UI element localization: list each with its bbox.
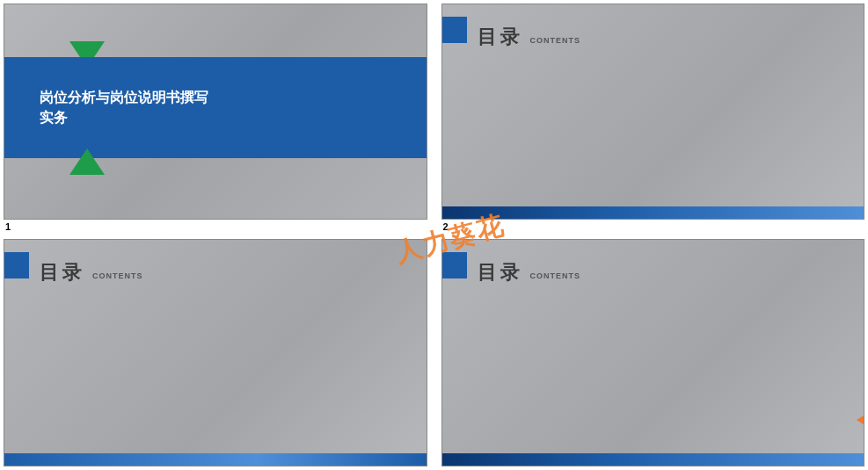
header-accent-bar [4,252,29,278]
main-title: 岗位分析与岗位说明书撰写实务 [4,88,215,127]
slide-grid: 岗位分析与岗位说明书撰写实务 1 目录 CONTENTS 一、我们该怎么办？ 0… [0,0,868,470]
footer-stripe [4,453,427,466]
header-mulu: 目录 [478,259,523,286]
nav-arrow-icon [857,411,864,429]
header-contents-label: CONTENTS [530,271,581,280]
contents-header: 目录 CONTENTS [442,252,864,286]
header-mulu: 目录 [478,24,523,50]
triangle-up-icon [69,148,105,175]
header-contents-label: CONTENTS [530,36,581,45]
slide-2-wrap: 目录 CONTENTS 一、我们该怎么办？ 01 管理者经常遇到的困惑有哪些？ … [441,4,865,232]
title-band: 岗位分析与岗位说明书撰写实务 [4,57,427,158]
header-accent-bar [442,252,467,278]
slide-4: 目录 CONTENTS 二、如何做岗位分析？- "三清" 02 "清流程" u … [441,239,865,467]
header-contents-label: CONTENTS [92,271,143,280]
header-mulu: 目录 [40,259,85,286]
footer-stripe [442,206,864,219]
contents-header: 目录 CONTENTS [4,252,427,286]
slide-3: 目录 CONTENTS 二、如何做岗位分析？- "三清" 01 "清岗位" u … [4,239,427,467]
slide-2: 目录 CONTENTS 一、我们该怎么办？ 01 管理者经常遇到的困惑有哪些？ … [441,4,865,220]
slide-1-wrap: 岗位分析与岗位说明书撰写实务 1 [4,4,427,232]
slide-number-1: 1 [4,220,427,232]
slide-1: 岗位分析与岗位说明书撰写实务 [4,4,427,220]
footer-stripe [442,453,864,466]
header-accent-bar [442,17,467,43]
contents-header: 目录 CONTENTS [442,17,864,50]
slide-number-2: 2 [441,220,865,232]
slide-4-wrap: 目录 CONTENTS 二、如何做岗位分析？- "三清" 02 "清流程" u … [441,239,865,467]
slide-3-wrap: 目录 CONTENTS 二、如何做岗位分析？- "三清" 01 "清岗位" u … [4,239,427,467]
